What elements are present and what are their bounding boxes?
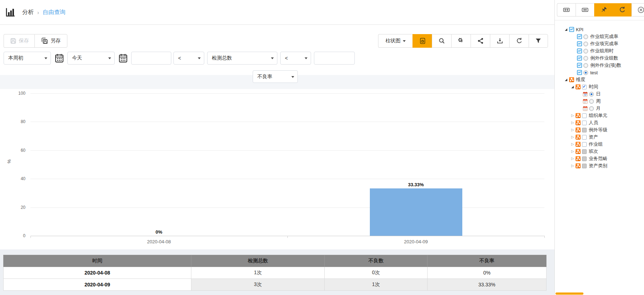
search-button[interactable] <box>432 34 451 48</box>
tree-item-kpi[interactable]: test <box>555 69 644 76</box>
radio-unselected-icon[interactable] <box>589 99 594 104</box>
filter-value-input-1[interactable] <box>131 52 171 65</box>
tree-item-label: 维度 <box>576 76 585 83</box>
expander-closed-icon[interactable]: ▷ <box>571 128 574 132</box>
table-header-cell[interactable]: 不良数 <box>325 255 428 267</box>
tree-item-dimension-time[interactable]: 时间 <box>555 83 644 90</box>
filter-button[interactable] <box>529 34 548 48</box>
checkbox-partial-icon[interactable] <box>582 164 587 168</box>
operator-select-1[interactable]: < <box>173 52 204 65</box>
radio-selected-icon[interactable] <box>583 70 588 75</box>
chart-type-dropdown[interactable]: 柱状图 <box>378 34 412 48</box>
checkbox-partial-icon[interactable] <box>582 128 587 132</box>
radio-unselected-icon[interactable] <box>583 63 588 68</box>
pin-panel-button[interactable] <box>594 3 613 17</box>
close-panel-button[interactable] <box>631 3 644 17</box>
tree-item-label: 资产类别 <box>589 163 607 169</box>
checkbox-plain-icon[interactable] <box>582 113 587 118</box>
expander-open-icon[interactable] <box>565 28 567 31</box>
kpi-chart-icon <box>569 27 574 32</box>
date-end-preset-select[interactable]: 今天 <box>67 52 115 65</box>
refresh-button[interactable] <box>509 34 529 48</box>
expander-closed-icon[interactable]: ▷ <box>571 150 574 153</box>
radio-unselected-icon[interactable] <box>583 56 588 61</box>
tree-item-time-granularity[interactable]: 周 <box>555 98 644 105</box>
checkbox-partial-icon[interactable] <box>582 149 587 154</box>
save-button[interactable]: 保存 <box>4 34 34 48</box>
expander-open-icon[interactable] <box>565 79 567 81</box>
refresh-panel-button[interactable] <box>613 3 631 17</box>
expander-closed-icon[interactable]: ▷ <box>571 135 574 139</box>
settings-button[interactable] <box>451 34 471 48</box>
operator-select-2[interactable]: < <box>280 52 311 65</box>
tree-group-kpi[interactable]: KPI <box>555 26 644 33</box>
download-icon <box>496 37 504 45</box>
tree-item-kpi[interactable]: 作业项完成率 <box>555 40 644 47</box>
tree-item-kpi[interactable]: 作业组用时 <box>555 47 644 55</box>
checkbox-plain-icon[interactable] <box>582 135 587 140</box>
tree-item-dimension[interactable]: ▷人员 <box>555 119 644 126</box>
svg-text:12: 12 <box>584 93 587 96</box>
breadcrumb-current-page[interactable]: 自由查询 <box>43 9 66 16</box>
end-date-calendar-button[interactable] <box>118 52 128 65</box>
calendar-week-icon <box>583 99 588 104</box>
checkbox-partial-icon[interactable] <box>582 156 587 161</box>
kpi-chart-icon <box>577 63 582 68</box>
start-date-calendar-button[interactable] <box>54 52 65 65</box>
table-header-cell[interactable]: 不良率 <box>428 255 547 267</box>
radio-unselected-icon[interactable] <box>583 49 588 53</box>
report-view-icon <box>419 37 426 45</box>
tree-item-time-granularity[interactable]: 12日 <box>555 90 644 98</box>
measure-select[interactable]: 检测总数 <box>207 52 277 65</box>
radio-unselected-icon[interactable] <box>583 42 588 46</box>
share-button[interactable] <box>471 34 490 48</box>
chart-bar[interactable] <box>370 188 462 236</box>
secondary-measure-select[interactable]: 不良率 <box>253 70 298 83</box>
download-button[interactable] <box>490 34 509 48</box>
tree-item-kpi[interactable]: 例外作业(项)数 <box>555 62 644 69</box>
table-row[interactable]: 2020-04-093次1次33.33% <box>4 279 547 291</box>
expand-panel-button[interactable] <box>557 3 576 17</box>
collapse-panel-icon <box>581 6 589 14</box>
radio-unselected-icon[interactable] <box>583 34 588 39</box>
save-as-button[interactable]: 另存 <box>34 34 67 48</box>
bar-value-label: 0% <box>134 229 184 235</box>
checkbox-checked-icon[interactable] <box>582 85 587 89</box>
tree-item-time-granularity[interactable]: 月 <box>555 105 644 112</box>
tree-item-dimension[interactable]: ▷班次 <box>555 148 644 155</box>
result-table-section: 时间检测总数不良数不良率 2020-04-081次0次0%2020-04-093… <box>0 249 554 295</box>
table-header-cell[interactable]: 时间 <box>4 255 191 267</box>
table-header-cell[interactable]: 检测总数 <box>191 255 325 267</box>
y-axis-tick-label: 60 <box>9 148 25 153</box>
tree-group-dimension[interactable]: 维度 <box>555 76 644 83</box>
table-row[interactable]: 2020-04-081次0次0% <box>4 267 547 279</box>
radio-selected-icon[interactable] <box>589 92 594 97</box>
expander-closed-icon[interactable]: ▷ <box>571 114 574 117</box>
expander-closed-icon[interactable]: ▷ <box>571 142 574 146</box>
horizontal-scrollbar-thumb[interactable] <box>555 292 583 295</box>
date-start-preset-select[interactable]: 本周初 <box>4 52 51 65</box>
tree-item-kpi[interactable]: 例外作业组数 <box>555 55 644 62</box>
radio-unselected-icon[interactable] <box>589 106 594 111</box>
tree-item-dimension[interactable]: ▷组织单元 <box>555 112 644 119</box>
checkbox-plain-icon[interactable] <box>582 142 587 147</box>
tree-item-dimension[interactable]: ▷资产 <box>555 134 644 141</box>
tree-item-dimension[interactable]: ▷例外等级 <box>555 126 644 134</box>
report-view-button[interactable] <box>412 34 432 48</box>
expander-closed-icon[interactable]: ▷ <box>571 121 574 125</box>
filter-value-input-2[interactable] <box>314 52 355 65</box>
checkbox-plain-icon[interactable] <box>582 121 587 125</box>
settings-gears-icon <box>458 37 465 45</box>
collapse-panel-button[interactable] <box>576 3 594 17</box>
expander-open-icon[interactable] <box>571 86 574 88</box>
x-axis-tick <box>287 236 288 238</box>
tree-item-dimension[interactable]: ▷作业组 <box>555 141 644 148</box>
tree-item-dimension[interactable]: ▷业务范畴 <box>555 155 644 162</box>
expander-closed-icon[interactable]: ▷ <box>571 157 574 160</box>
result-table: 时间检测总数不良数不良率 2020-04-081次0次0%2020-04-093… <box>3 255 547 291</box>
tree-item-dimension[interactable]: ▷资产类别 <box>555 162 644 169</box>
breadcrumb-section[interactable]: 分析 <box>22 9 34 16</box>
tree-item-label: 班次 <box>589 148 598 155</box>
tree-item-kpi[interactable]: 作业组完成率 <box>555 33 644 40</box>
expander-closed-icon[interactable]: ▷ <box>571 164 574 168</box>
